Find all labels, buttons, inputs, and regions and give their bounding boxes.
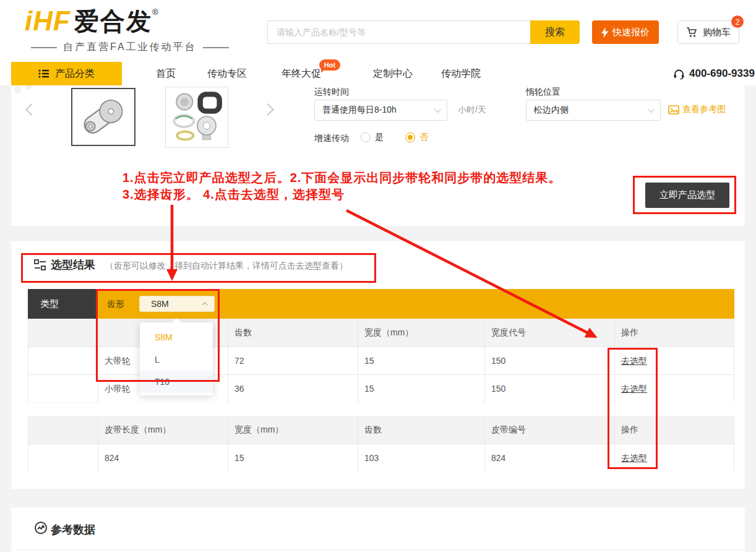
nav-item-home[interactable]: 首页 — [156, 62, 176, 85]
reference-card: 参考数据 — [11, 507, 745, 552]
cart-icon — [686, 27, 698, 38]
nav-item-transmission-zone[interactable]: 传动专区 — [207, 62, 247, 85]
carousel-prev-icon[interactable] — [25, 103, 38, 116]
results-note: （齿形可以修改，得到自动计算结果，详情可点击去选型查看） — [105, 261, 348, 272]
pulley-table-header-row: 齿数 宽度（mm） 宽度代号 操作 — [28, 319, 734, 347]
selection-result-icon — [34, 259, 46, 270]
chevron-down-icon — [648, 106, 655, 113]
search-input[interactable] — [267, 20, 530, 44]
nav-item-custom-center[interactable]: 定制中心 — [373, 62, 413, 85]
pulley-table-yellow-header: 类型 齿形 S8M — [28, 289, 734, 319]
cart-button[interactable]: 购物车 2 — [677, 20, 739, 44]
nav-item-transmission-academy[interactable]: 传动学院 — [441, 62, 481, 85]
run-time-select[interactable]: 普通使用每日8-10h — [314, 100, 447, 121]
teeth-cell: 72 — [228, 347, 358, 375]
run-time-label: 运转时间 — [314, 87, 349, 98]
hot-badge: Hot — [319, 59, 340, 71]
product-thumbnail-pulley-set[interactable] — [165, 87, 228, 148]
tooth-form-value: S8M — [151, 299, 169, 309]
tutorial-annotation-text: 1.点击完立即产品选型之后。2.下面会显示出同步带轮和同步带的选型结果。 3.选… — [122, 170, 561, 203]
divider — [11, 550, 745, 550]
column-header: 宽度（mm） — [228, 416, 358, 444]
speed-up-radio-yes[interactable]: 是 — [361, 132, 384, 143]
reference-data-icon — [34, 521, 48, 535]
dropdown-option-t10[interactable]: T10 — [140, 371, 213, 393]
table-row: 小带轮 36 15 150 去选型 — [28, 374, 734, 402]
pulley-table: 类型 齿形 S8M 同步带轮 齿数 宽度（mm） 宽度代号 操作 大带轮 72 … — [28, 289, 734, 402]
belt-length-cell: 824 — [98, 444, 228, 472]
nav-catalog-label: 产品分类 — [55, 67, 95, 80]
width-cell: 15 — [358, 375, 484, 403]
logo-ihf-text: iHF — [25, 6, 71, 36]
speed-up-label: 增速传动 — [314, 133, 349, 144]
go-select-link[interactable]: 去选型 — [621, 356, 647, 366]
column-header: 宽度（mm） — [358, 319, 484, 347]
width-code-cell: 150 — [484, 375, 614, 403]
tooth-form-label: 齿形 — [107, 289, 124, 319]
service-phone: 400-690-9339 — [673, 62, 755, 85]
start-selection-button[interactable]: 立即产品选型 — [645, 183, 729, 208]
radio-icon — [361, 132, 371, 142]
column-header: 操作 — [614, 319, 734, 347]
results-card: 选型结果 （齿形可以修改，得到自动计算结果，详情可点击去选型查看） 类型 齿形 … — [11, 241, 745, 489]
nav-product-categories[interactable]: 产品分类 — [11, 62, 122, 85]
registered-mark: ® — [152, 7, 158, 17]
column-header: 皮带长度（mm） — [98, 416, 228, 444]
tooth-form-select[interactable]: S8M — [139, 296, 215, 312]
run-time-unit: 小时/天 — [458, 105, 486, 116]
belt-drive-image — [74, 90, 133, 144]
annotation-line2: 3.选择齿形。 4.点击去选型，选择型号 — [122, 186, 561, 203]
page: iHF 爱合发 ® 自产直营FA工业传动平台 搜索 快速报价 — [0, 0, 756, 552]
belt-no-cell: 824 — [484, 444, 614, 472]
column-header: 皮带编号 — [484, 416, 614, 444]
go-select-link[interactable]: 去选型 — [621, 384, 647, 394]
idler-position-select[interactable]: 松边内侧 — [526, 100, 661, 121]
radio-label: 否 — [419, 132, 428, 143]
nav-item-year-end-sale[interactable]: 年终大促 — [281, 62, 321, 85]
column-header: 齿数 — [228, 319, 358, 347]
chevron-up-icon — [202, 301, 208, 308]
run-time-value: 普通使用每日8-10h — [322, 105, 397, 116]
product-thumbnail-belt-drive[interactable] — [71, 88, 135, 146]
table-row: 824 15 103 824 去选型 — [28, 444, 734, 472]
teeth-cell: 36 — [228, 375, 358, 403]
width-cell: 15 — [358, 347, 484, 375]
reference-title: 参考数据 — [51, 522, 95, 537]
picture-icon — [668, 105, 679, 114]
site-logo[interactable]: iHF 爱合发 ® 自产直营FA工业传动平台 — [25, 6, 235, 54]
type-header-cell: 类型 — [28, 289, 97, 319]
list-menu-icon — [38, 69, 49, 79]
selector-card: 运转时间 普通使用每日8-10h 小时/天 惰轮位置 松边内侧 查看参考图 增速… — [11, 85, 745, 226]
tooth-form-dropdown: S8M L T10 — [140, 322, 213, 395]
dropdown-option-s8m[interactable]: S8M — [140, 326, 213, 348]
idler-position-label: 惰轮位置 — [526, 87, 561, 98]
speed-up-radio-no[interactable]: 否 — [405, 132, 428, 143]
logo-tagline: 自产直营FA工业传动平台 — [25, 41, 235, 54]
belt-table-header-row: 皮带长度（mm） 宽度（mm） 齿数 皮带编号 操作 — [28, 416, 734, 444]
column-header: 宽度代号 — [484, 319, 614, 347]
carousel-next-icon[interactable] — [262, 103, 274, 116]
table-row: 大带轮 72 15 150 去选型 — [28, 347, 734, 374]
results-title: 选型结果 — [51, 257, 95, 272]
width-code-cell: 150 — [484, 347, 614, 375]
reference-image-label: 查看参考图 — [682, 104, 726, 115]
phone-number: 400-690-9339 — [689, 67, 755, 80]
quick-quote-label: 快速报价 — [612, 27, 650, 38]
column-header: 齿数 — [358, 416, 484, 444]
pulley-set-image — [168, 89, 226, 145]
dropdown-option-l[interactable]: L — [140, 348, 213, 371]
annotation-line1: 1.点击完立即产品选型之后。2.下面会显示出同步带轮和同步带的选型结果。 — [122, 170, 561, 186]
belt-table: 同步带 皮带长度（mm） 宽度（mm） 齿数 皮带编号 操作 824 15 10… — [28, 416, 734, 472]
column-header: 操作 — [614, 416, 734, 444]
radio-selected-icon — [405, 132, 415, 142]
lightning-icon — [601, 27, 609, 38]
quick-quote-button[interactable]: 快速报价 — [592, 20, 659, 44]
cart-label: 购物车 — [703, 27, 731, 38]
radio-label: 是 — [375, 132, 384, 143]
go-select-link[interactable]: 去选型 — [621, 453, 647, 463]
width-cell: 15 — [228, 444, 358, 472]
cart-count-badge: 2 — [731, 15, 744, 28]
search-button[interactable]: 搜索 — [530, 20, 580, 44]
reference-image-link[interactable]: 查看参考图 — [668, 104, 726, 115]
idler-position-value: 松边内侧 — [534, 105, 569, 116]
